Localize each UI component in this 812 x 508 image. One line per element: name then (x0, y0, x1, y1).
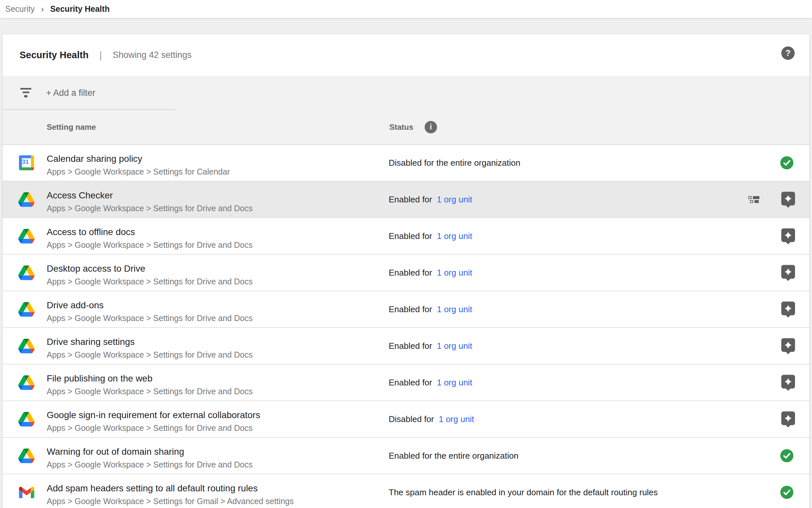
status-cell: Enabled for 1 org unit (389, 231, 472, 241)
settings-table-body: 31 Calendar sharing policy Apps > Google… (3, 145, 809, 508)
google-drive-icon (18, 264, 35, 281)
google-drive-icon (18, 447, 35, 464)
org-unit-link[interactable]: 1 org unit (434, 268, 472, 278)
sparkle-star-icon (783, 340, 793, 349)
setting-path: Apps > Google Workspace > Settings for D… (47, 204, 252, 213)
google-drive-icon (18, 227, 35, 245)
org-unit-link[interactable]: 1 org unit (434, 231, 472, 241)
table-row[interactable]: Drive add-ons Apps > Google Workspace > … (3, 291, 809, 328)
org-units-icon[interactable] (748, 196, 759, 203)
help-icon[interactable]: ? (781, 46, 795, 60)
setting-title: Add spam headers setting to all default … (47, 483, 258, 494)
setting-title: Access to offline docs (47, 227, 135, 237)
breadcrumb: Security › Security Health (0, 0, 812, 18)
status-ok-icon (780, 486, 794, 499)
setting-path: Apps > Google Workspace > Settings for D… (47, 313, 252, 323)
sparkle-star-icon (783, 304, 793, 313)
status-cell: Enabled for the entire organization (389, 451, 519, 461)
breadcrumb-current: Security Health (50, 4, 110, 14)
sparkle-star-icon (783, 267, 793, 276)
recommendation-badge-icon[interactable] (781, 228, 795, 242)
org-unit-link[interactable]: 1 org unit (434, 341, 472, 351)
recommendation-badge-icon[interactable] (781, 192, 795, 205)
setting-path: Apps > Google Workspace > Settings for D… (47, 460, 252, 469)
status-ok-icon (780, 156, 794, 169)
table-row[interactable]: Access to offline docs Apps > Google Wor… (3, 218, 809, 255)
sparkle-star-icon (783, 230, 793, 240)
card-header: Security Health | Showing 42 settings ? (3, 34, 809, 76)
sparkle-star-icon (783, 377, 793, 386)
setting-title: Drive add-ons (47, 300, 103, 310)
status-text: Enabled for (389, 341, 434, 351)
org-unit-link[interactable]: 1 org unit (434, 304, 472, 314)
setting-path: Apps > Google Workspace > Settings for G… (47, 497, 294, 506)
status-cell: Enabled for 1 org unit (389, 341, 472, 351)
google-drive-icon (18, 191, 35, 208)
status-cell: Enabled for 1 org unit (389, 268, 472, 278)
sparkle-star-icon (783, 194, 793, 203)
table-row[interactable]: Google sign-in requirement for external … (3, 401, 809, 438)
recommendation-badge-icon[interactable] (781, 301, 795, 315)
status-text: The spam header is enabled in your domai… (389, 488, 658, 497)
status-text: Enabled for (389, 304, 434, 314)
settings-count: Showing 42 settings (113, 50, 192, 60)
page-title: Security Health (19, 50, 89, 60)
table-row[interactable]: 31 Calendar sharing policy Apps > Google… (3, 145, 809, 181)
google-drive-icon (18, 337, 35, 354)
status-info-icon[interactable]: i (425, 121, 437, 133)
setting-title: Desktop access to Drive (47, 263, 145, 274)
chevron-right-icon: › (41, 5, 44, 14)
setting-title: Calendar sharing policy (47, 154, 142, 164)
status-cell: Enabled for 1 org unit (389, 304, 472, 314)
setting-title: File publishing on the web (47, 373, 152, 384)
status-text: Disabled for the entire organization (389, 158, 520, 168)
status-cell: The spam header is enabled in your domai… (389, 488, 658, 498)
setting-title: Google sign-in requirement for external … (47, 410, 260, 420)
recommendation-badge-icon[interactable] (781, 338, 795, 352)
setting-path: Apps > Google Workspace > Settings for C… (47, 167, 230, 176)
status-ok-icon (780, 449, 794, 462)
breadcrumb-security-link[interactable]: Security (5, 4, 35, 14)
status-cell: Disabled for 1 org unit (389, 414, 474, 424)
setting-path: Apps > Google Workspace > Settings for D… (47, 423, 252, 433)
google-drive-icon (18, 411, 35, 428)
table-row[interactable]: Access Checker Apps > Google Workspace >… (3, 181, 809, 218)
table-header: Setting name Status i (3, 110, 809, 145)
security-health-page: Security › Security Health Security Heal… (0, 0, 812, 508)
status-cell: Disabled for the entire organization (389, 158, 520, 168)
table-row[interactable]: Drive sharing settings Apps > Google Wor… (3, 328, 809, 365)
status-text: Enabled for (389, 231, 434, 241)
status-cell: Enabled for 1 org unit (389, 195, 472, 205)
setting-path: Apps > Google Workspace > Settings for D… (47, 277, 252, 286)
recommendation-badge-icon[interactable] (781, 375, 795, 388)
status-text: Disabled for (389, 414, 436, 424)
status-cell: Enabled for 1 org unit (389, 378, 472, 388)
column-header-setting-name: Setting name (47, 123, 96, 132)
google-calendar-icon: 31 (18, 154, 35, 171)
status-text: Enabled for (389, 268, 434, 278)
table-row[interactable]: Desktop access to Drive Apps > Google Wo… (3, 255, 809, 291)
table-row[interactable]: File publishing on the web Apps > Google… (3, 365, 809, 401)
security-health-card: Security Health | Showing 42 settings ? … (3, 34, 809, 508)
recommendation-badge-icon[interactable] (781, 265, 795, 279)
status-text: Enabled for (389, 195, 434, 204)
table-row[interactable]: Add spam headers setting to all default … (3, 474, 809, 508)
filter-bar: + Add a filter (3, 76, 809, 110)
recommendation-badge-icon[interactable] (781, 411, 795, 425)
filter-icon[interactable] (20, 88, 31, 99)
google-drive-icon (18, 374, 35, 391)
sparkle-star-icon (783, 414, 793, 423)
google-drive-icon (18, 301, 35, 318)
setting-path: Apps > Google Workspace > Settings for D… (47, 387, 252, 396)
org-unit-link[interactable]: 1 org unit (434, 195, 472, 204)
setting-path: Apps > Google Workspace > Settings for D… (47, 350, 252, 359)
table-row[interactable]: Warning for out of domain sharing Apps >… (3, 438, 809, 474)
add-filter-button[interactable]: + Add a filter (46, 76, 95, 110)
status-text: Enabled for the entire organization (389, 451, 519, 461)
org-unit-link[interactable]: 1 org unit (434, 378, 472, 387)
status-text: Enabled for (389, 378, 434, 387)
title-divider: | (99, 50, 102, 61)
org-unit-link[interactable]: 1 org unit (436, 414, 474, 424)
setting-title: Warning for out of domain sharing (47, 447, 184, 457)
column-header-status: Status (389, 123, 413, 132)
